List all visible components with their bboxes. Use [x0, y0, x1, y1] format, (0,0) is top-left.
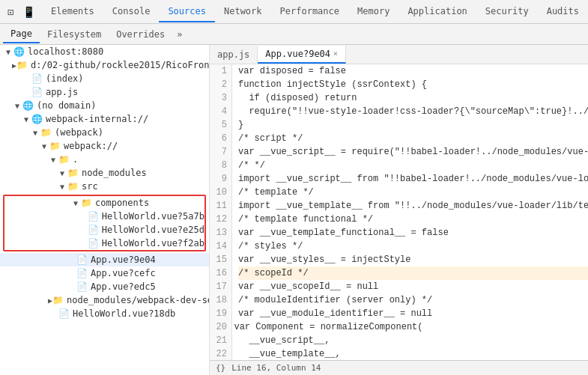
- tree-item-label: (index): [46, 73, 84, 84]
- code-tabs: app.jsApp.vue?9e04×: [210, 45, 588, 64]
- tree-item-label: node_modules/webpack-dev-server/: [67, 295, 210, 305]
- tree-file-icon: 🌐: [22, 100, 34, 111]
- tree-file-icon: 📄: [76, 268, 88, 278]
- second-tab-overrides[interactable]: Overrides: [109, 26, 172, 43]
- tree-file-icon: 📁: [40, 127, 52, 138]
- tree-item[interactable]: ▼🌐localhost:8080: [0, 45, 209, 58]
- tree-item[interactable]: 📄App.vue?cefc: [0, 266, 209, 280]
- top-tab-application[interactable]: Application: [398, 1, 476, 22]
- second-tab-page[interactable]: Page: [3, 25, 40, 43]
- tab-close-icon[interactable]: ×: [333, 49, 338, 58]
- tree-highlight-box: ▼📁components📄HelloWorld.vue?5a7b📄HelloWo…: [3, 195, 206, 251]
- tree-file-icon: 📄: [76, 254, 88, 265]
- tree-item[interactable]: 📄(index): [0, 72, 209, 85]
- tree-item-label: d:/02-github/rocklee2015/RicoFronti...: [31, 60, 210, 70]
- tree-item-label: HelloWorld.vue?18db: [73, 308, 175, 319]
- top-tab-sources[interactable]: Sources: [159, 1, 215, 22]
- code-editor: app.jsApp.vue?9e04× 12345678910111213141…: [210, 45, 588, 375]
- code-tab-app-js[interactable]: app.js: [210, 46, 258, 63]
- tree-item-label: HelloWorld.vue?5a7b: [102, 211, 204, 222]
- code-line: __vue_script__,: [238, 334, 588, 347]
- tree-item[interactable]: 📄HelloWorld.vue?5a7b: [4, 210, 204, 223]
- tree-file-icon: 📄: [76, 281, 88, 292]
- code-line: var __vue_styles__ = injectStyle: [238, 253, 588, 266]
- tree-arrow-icon: ▼: [57, 183, 67, 191]
- top-tab-elements[interactable]: Elements: [42, 1, 103, 22]
- tree-file-icon: 📄: [31, 73, 43, 84]
- code-line: if (disposed) return: [238, 91, 588, 105]
- code-line: var disposed = false: [238, 64, 588, 78]
- tree-item[interactable]: 📄HelloWorld.vue?f2ab: [4, 237, 204, 250]
- tree-item-label: HelloWorld.vue?f2ab: [102, 238, 204, 249]
- tree-item-label: app.js: [46, 87, 78, 97]
- status-bracket: {}: [216, 363, 225, 373]
- code-line: }: [238, 118, 588, 132]
- second-tab-filesystem[interactable]: Filesystem: [40, 26, 109, 43]
- tree-item-label: HelloWorld.vue?e25d: [102, 225, 204, 235]
- second-toolbar: PageFilesystemOverrides»: [0, 24, 588, 45]
- code-line: /* styles */: [238, 240, 588, 253]
- tree-file-icon: 📄: [88, 238, 99, 249]
- tree-item[interactable]: ▼📁webpack://: [0, 139, 209, 153]
- tree-item-label: node_modules: [82, 168, 147, 178]
- tree-item-label: App.vue?edc5: [91, 281, 156, 292]
- tree-item-label: localhost:8080: [28, 46, 103, 57]
- tree-file-icon: 📁: [67, 168, 79, 178]
- tree-item[interactable]: 📄App.vue?edc5: [0, 280, 209, 293]
- top-tab-performance[interactable]: Performance: [271, 1, 348, 22]
- tree-item[interactable]: ▼📁components: [4, 196, 204, 210]
- code-line: import __vue_script__ from "!!babel-load…: [238, 172, 588, 186]
- tree-item[interactable]: ▼📁.: [0, 153, 209, 166]
- mobile-icon[interactable]: 📱: [21, 4, 36, 19]
- top-toolbar: ⊡ 📱 ElementsConsoleSourcesNetworkPerform…: [0, 0, 588, 24]
- tree-file-icon: 📄: [58, 308, 70, 319]
- more-button[interactable]: »: [172, 28, 187, 41]
- top-tab-security[interactable]: Security: [476, 1, 538, 22]
- tree-item-label: App.vue?9e04: [91, 254, 156, 265]
- code-line: /* template functional */: [238, 213, 588, 226]
- tree-item[interactable]: ▶📁d:/02-github/rocklee2015/RicoFronti...: [0, 58, 209, 72]
- code-line: var __vue_template_functional__ = false: [238, 226, 588, 240]
- code-line: var __vue_module_identifier__ = null: [238, 307, 588, 320]
- tree-item[interactable]: ▶📁node_modules/webpack-dev-server/: [0, 293, 209, 307]
- code-line: /* template */: [238, 186, 588, 199]
- tree-file-icon: 📁: [52, 295, 64, 305]
- main-area: ▼🌐localhost:8080▶📁d:/02-github/rocklee20…: [0, 45, 588, 375]
- code-tab-app-vue-9e04[interactable]: App.vue?9e04×: [258, 46, 346, 64]
- top-tab-audits[interactable]: Audits: [538, 1, 588, 22]
- tree-item[interactable]: ▼📁(webpack): [0, 126, 209, 139]
- code-content[interactable]: 1234567891011121314151617181920212223242…: [210, 64, 588, 360]
- tree-item-label: App.vue?cefc: [91, 268, 156, 278]
- tree-item[interactable]: 📄HelloWorld.vue?e25d: [4, 223, 204, 237]
- tree-file-icon: 📁: [81, 198, 92, 208]
- tree-item[interactable]: 📄HelloWorld.vue?18db: [0, 307, 209, 320]
- code-lines: var disposed = falsefunction injectStyle…: [232, 64, 588, 360]
- tree-file-icon: 📁: [67, 181, 79, 192]
- top-tab-memory[interactable]: Memory: [348, 1, 398, 22]
- tree-item[interactable]: ▼📁src: [0, 180, 209, 193]
- code-line: ➤var Component = normalizeComponent(: [238, 320, 588, 334]
- dock-icon[interactable]: ⊡: [3, 4, 18, 19]
- tree-file-icon: 🌐: [13, 46, 25, 57]
- tree-item[interactable]: ▼🌐webpack-internal://: [0, 112, 209, 126]
- top-tab-console[interactable]: Console: [103, 1, 160, 22]
- code-line: var __vue_script__ = require("!!babel-lo…: [238, 145, 588, 159]
- code-line: /* moduleIdentifier (server only) */: [238, 293, 588, 307]
- tree-item[interactable]: 📄app.js: [0, 85, 209, 99]
- tree-item[interactable]: 📄App.vue?9e04: [0, 253, 209, 266]
- tree-file-icon: 📄: [31, 87, 43, 97]
- top-tab-network[interactable]: Network: [215, 1, 271, 22]
- tree-item[interactable]: ▼🌐(no domain): [0, 99, 209, 112]
- file-tree[interactable]: ▼🌐localhost:8080▶📁d:/02-github/rocklee20…: [0, 45, 210, 375]
- tree-arrow-icon: ▼: [12, 102, 22, 110]
- tree-file-icon: 📁: [58, 154, 70, 165]
- tree-file-icon: 🌐: [31, 114, 43, 124]
- tree-item-label: webpack://: [64, 141, 118, 151]
- code-line: /* script */: [238, 132, 588, 145]
- tree-arrow-icon: ▼: [21, 115, 31, 124]
- tree-arrow-icon: ▼: [39, 142, 49, 150]
- tree-item[interactable]: ▼📁node_modules: [0, 166, 209, 180]
- tree-file-icon: 📁: [16, 60, 28, 70]
- code-line: require("!!vue-style-loader!css-loader?{…: [238, 105, 588, 118]
- tree-item-label: components: [95, 198, 149, 208]
